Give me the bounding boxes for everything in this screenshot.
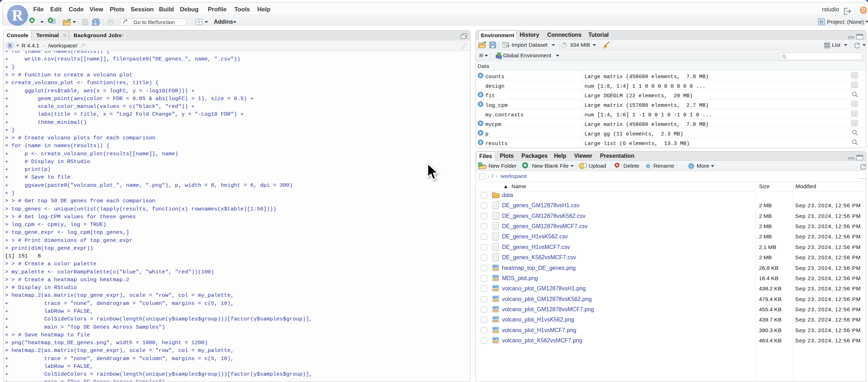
svg-text:R: R	[820, 19, 823, 24]
